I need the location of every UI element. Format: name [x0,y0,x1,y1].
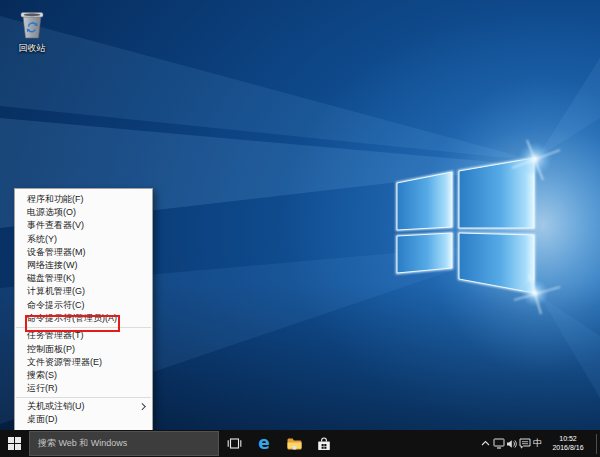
network-tray-button[interactable] [492,430,505,457]
store-bag-icon [317,437,331,451]
show-desktop-button[interactable] [596,434,597,454]
taskbar: 搜索 Web 和 Windows e [0,430,600,457]
windows-start-icon [8,437,21,450]
edge-browser-button[interactable]: e [249,430,279,457]
tray-expand-button[interactable] [479,430,492,457]
menu-item-control-panel[interactable]: 控制面板(P) [15,343,152,356]
menu-item-system[interactable]: 系统(Y) [15,233,152,246]
winx-context-menu: 程序和功能(F) 电源选项(O) 事件查看器(V) 系统(Y) 设备管理器(M)… [14,188,153,431]
clock-date: 2016/8/16 [544,444,592,453]
menu-item-programs-and-features[interactable]: 程序和功能(F) [15,193,152,206]
taskbar-clock[interactable]: 10:52 2016/8/16 [544,435,592,452]
windows-desktop: 回收站 程序和功能(F) 电源选项(O) 事件查看器(V) 系统(Y) 设备管理… [0,0,600,457]
menu-item-event-viewer[interactable]: 事件查看器(V) [15,219,152,232]
menu-item-disk-management[interactable]: 磁盘管理(K) [15,272,152,285]
menu-item-run[interactable]: 运行(R) [15,382,152,395]
file-explorer-button[interactable] [279,430,309,457]
menu-item-network-connections[interactable]: 网络连接(W) [15,259,152,272]
menu-item-file-explorer[interactable]: 文件资源管理器(E) [15,356,152,369]
ime-chinese-label: 中 [533,437,542,450]
menu-item-search[interactable]: 搜索(S) [15,369,152,382]
menu-separator [16,327,151,328]
store-button[interactable] [309,430,339,457]
taskbar-search-input[interactable]: 搜索 Web 和 Windows [29,431,219,456]
menu-item-label: 关机或注销(U) [27,401,85,411]
menu-item-command-prompt-admin[interactable]: 命令提示符(管理员)(A) [15,312,152,325]
edge-icon: e [258,435,270,452]
submenu-chevron-right-icon [139,403,145,409]
chevron-up-icon [481,440,490,447]
menu-item-task-manager[interactable]: 任务管理器(T) [15,329,152,342]
search-placeholder-text: 搜索 Web 和 Windows [38,437,127,450]
file-explorer-folder-icon [287,438,302,450]
recycle-bin-desktop-icon[interactable]: 回收站 [8,7,56,55]
network-icon [493,438,505,449]
menu-separator [16,397,151,398]
menu-item-command-prompt[interactable]: 命令提示符(C) [15,299,152,312]
menu-item-power-options[interactable]: 电源选项(O) [15,206,152,219]
task-view-icon [227,437,242,450]
menu-item-device-manager[interactable]: 设备管理器(M) [15,246,152,259]
clock-time: 10:52 [544,435,592,444]
speaker-icon [506,439,517,449]
start-button[interactable] [0,430,29,457]
menu-item-computer-management[interactable]: 计算机管理(G) [15,285,152,298]
system-tray: 中 10:52 2016/8/16 [479,430,600,457]
menu-item-desktop[interactable]: 桌面(D) [15,413,152,426]
action-center-icon [519,438,531,449]
task-view-button[interactable] [219,430,249,457]
recycle-bin-label: 回收站 [8,42,56,55]
ime-indicator[interactable]: 中 [531,430,544,457]
volume-tray-button[interactable] [505,430,518,457]
recycle-bin-icon [17,7,47,41]
menu-item-shutdown-or-signout[interactable]: 关机或注销(U) [15,400,152,413]
action-center-button[interactable] [518,430,531,457]
